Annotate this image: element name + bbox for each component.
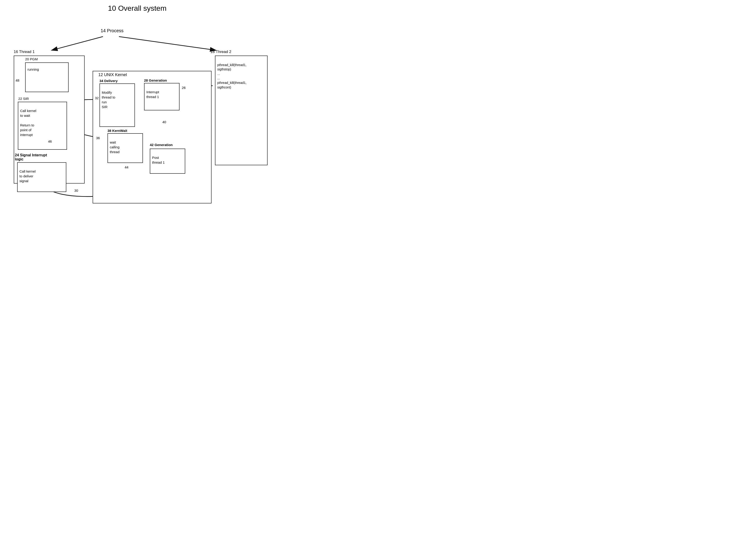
thread2-box: pthread_kill(thread1, sigthstop) ... ...… <box>215 56 267 165</box>
svg-line-2 <box>51 37 103 50</box>
signal-interrupt-label: 24 Signal Interrupt logic <box>15 153 47 161</box>
page-title: 10 Overall system <box>0 0 274 15</box>
pgm-box: running <box>25 62 69 92</box>
num-26: 26 <box>182 86 186 90</box>
num-30: 30 <box>74 189 78 192</box>
kernwait-label: 38 KernWait <box>107 129 127 133</box>
thread1-label: 16 Thread 1 <box>14 50 35 54</box>
generation1-content: Interrupt thread 1 <box>146 90 159 99</box>
svg-line-3 <box>119 37 216 50</box>
generation1-box: Interrupt thread 1 <box>144 83 179 110</box>
generation2-label: 42 Generation <box>150 143 173 147</box>
delivery-label: 34 Delivery <box>99 79 117 83</box>
num-32: 32 <box>95 96 99 100</box>
sir-content: Call kernel to wait Return to point of i… <box>20 109 36 137</box>
num-46: 46 <box>48 139 52 143</box>
process-label: 14 Process <box>101 28 123 33</box>
generation1-label: 28 Generation <box>144 78 167 82</box>
num-36: 36 <box>96 136 100 140</box>
sir-box: Call kernel to wait Return to point of i… <box>18 102 67 150</box>
generation2-box: Post thread 1 <box>150 149 185 174</box>
kernwait-content: wait calling thread <box>110 140 120 154</box>
num-48: 48 <box>16 78 19 82</box>
pgm-running: running <box>27 67 39 71</box>
signal-interrupt-box: Call kernel to deliver signal <box>17 162 66 192</box>
num-40: 40 <box>162 120 166 124</box>
thread2-content: pthread_kill(thread1, sigthstop) ... ...… <box>217 63 246 89</box>
kernwait-box: wait calling thread <box>107 133 143 163</box>
sir-label: 22 SIR <box>18 97 29 101</box>
thread2-label: 18 Thread 2 <box>210 50 231 54</box>
unix-kernel-label: 12 UNIX Kernel <box>98 72 127 77</box>
delivery-content: Modify thread to run SIR <box>102 91 115 109</box>
num-44: 44 <box>125 165 128 169</box>
delivery-box: Modify thread to run SIR <box>99 83 135 127</box>
pgm-label: 20 PGM <box>25 57 38 61</box>
signal-content: Call kernel to deliver signal <box>19 169 36 183</box>
generation2-content: Post thread 1 <box>152 156 165 164</box>
